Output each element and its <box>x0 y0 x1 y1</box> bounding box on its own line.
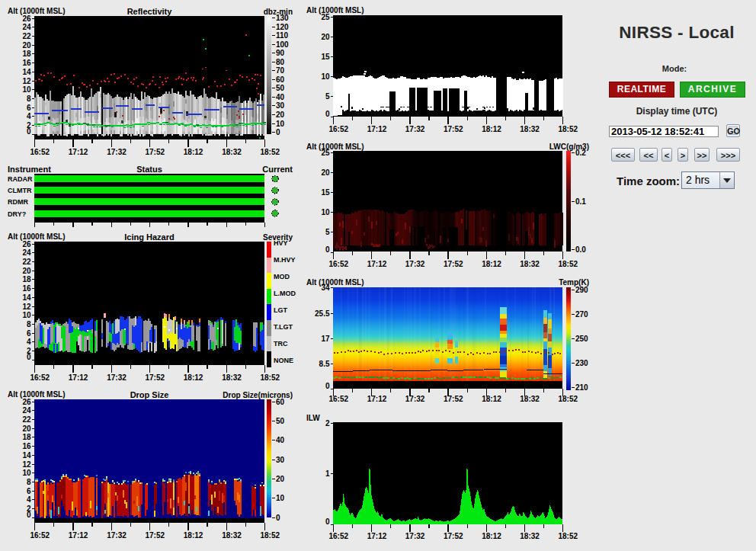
svg-text:24: 24 <box>22 23 31 31</box>
svg-text:17: 17 <box>321 335 330 343</box>
svg-text:270: 270 <box>575 310 588 319</box>
svg-text:6: 6 <box>27 329 31 338</box>
svg-text:80: 80 <box>276 58 285 66</box>
svg-text:290: 290 <box>575 286 588 294</box>
svg-text:0: 0 <box>325 517 330 526</box>
svg-text:12: 12 <box>22 460 31 469</box>
svg-text:20: 20 <box>22 424 31 433</box>
svg-text:5: 5 <box>325 228 330 236</box>
svg-text:24: 24 <box>22 248 31 257</box>
svg-text:10: 10 <box>321 72 330 81</box>
svg-text:8: 8 <box>27 478 31 486</box>
svg-text:18:12: 18:12 <box>482 260 501 268</box>
svg-text:0.0: 0.0 <box>575 245 586 254</box>
svg-text:10: 10 <box>276 494 285 502</box>
svg-text:Alt (1000ft MSL): Alt (1000ft MSL) <box>306 278 364 287</box>
svg-text:Alt (1000ft MSL): Alt (1000ft MSL) <box>306 143 364 151</box>
svg-text:17:52: 17:52 <box>146 373 165 382</box>
svg-text:18:32: 18:32 <box>222 373 242 382</box>
svg-text:18:32: 18:32 <box>520 532 540 540</box>
svg-text:NONE: NONE <box>274 357 293 364</box>
svg-text:1: 1 <box>325 469 330 478</box>
svg-text:RADAR: RADAR <box>8 175 33 183</box>
svg-text:17:32: 17:32 <box>107 531 127 540</box>
svg-text:10: 10 <box>22 85 31 94</box>
svg-text:17:32: 17:32 <box>405 260 425 268</box>
svg-text:0.2: 0.2 <box>575 149 586 157</box>
svg-text:16:52: 16:52 <box>329 125 349 133</box>
svg-text:17:12: 17:12 <box>367 125 387 133</box>
svg-text:17:12: 17:12 <box>367 260 387 268</box>
svg-text:8: 8 <box>27 95 31 103</box>
svg-text:0: 0 <box>325 245 330 254</box>
svg-text:14: 14 <box>22 68 31 76</box>
svg-text:17:12: 17:12 <box>69 373 88 382</box>
svg-text:26: 26 <box>22 240 31 248</box>
svg-text:20: 20 <box>276 475 285 483</box>
svg-text:17:12: 17:12 <box>367 395 387 403</box>
svg-text:17:12: 17:12 <box>69 148 88 156</box>
svg-text:25: 25 <box>321 149 330 157</box>
svg-text:TRC: TRC <box>274 340 288 348</box>
svg-text:60: 60 <box>276 398 285 406</box>
svg-text:18:12: 18:12 <box>482 125 501 133</box>
svg-text:18:32: 18:32 <box>520 395 540 403</box>
svg-text:17:52: 17:52 <box>444 125 463 133</box>
svg-text:16:52: 16:52 <box>329 532 349 540</box>
svg-text:10: 10 <box>276 120 285 128</box>
svg-text:Drop Size: Drop Size <box>130 390 169 399</box>
svg-text:T.LGT: T.LGT <box>274 323 293 331</box>
svg-text:20: 20 <box>276 111 285 119</box>
svg-text:16: 16 <box>22 442 31 450</box>
svg-text:17:12: 17:12 <box>367 532 387 540</box>
svg-text:Status: Status <box>136 165 162 174</box>
svg-text:30: 30 <box>276 101 285 110</box>
svg-text:30: 30 <box>276 456 285 464</box>
svg-text:14: 14 <box>22 451 31 460</box>
svg-text:18:32: 18:32 <box>222 531 242 540</box>
svg-text:50: 50 <box>276 417 285 425</box>
svg-text:16:52: 16:52 <box>30 373 50 382</box>
svg-text:10: 10 <box>321 208 330 216</box>
svg-text:16:52: 16:52 <box>30 531 50 540</box>
svg-text:17:32: 17:32 <box>405 532 425 540</box>
svg-text:MOD: MOD <box>274 273 290 280</box>
svg-text:L.MOD: L.MOD <box>274 290 296 297</box>
svg-text:20: 20 <box>22 41 31 50</box>
svg-text:18:52: 18:52 <box>261 148 280 156</box>
svg-text:20: 20 <box>321 33 330 41</box>
svg-text:16:52: 16:52 <box>30 148 50 156</box>
svg-text:8.5: 8.5 <box>319 360 330 368</box>
svg-text:12: 12 <box>22 303 31 311</box>
svg-text:17:32: 17:32 <box>107 373 127 382</box>
svg-text:18:12: 18:12 <box>184 148 203 156</box>
svg-text:230: 230 <box>575 359 588 367</box>
svg-text:90: 90 <box>276 49 285 57</box>
svg-text:4: 4 <box>27 112 31 120</box>
svg-text:4: 4 <box>27 338 31 346</box>
svg-text:ILW: ILW <box>306 414 320 422</box>
svg-text:0: 0 <box>276 514 280 522</box>
svg-text:40: 40 <box>276 436 285 444</box>
svg-text:Icing Hazard: Icing Hazard <box>124 232 174 242</box>
svg-text:17:32: 17:32 <box>405 125 425 133</box>
svg-text:18:12: 18:12 <box>482 395 501 403</box>
svg-text:16: 16 <box>22 59 31 67</box>
svg-text:60: 60 <box>276 75 285 84</box>
svg-text:6: 6 <box>27 487 31 495</box>
svg-text:18:52: 18:52 <box>559 125 578 133</box>
svg-text:2: 2 <box>27 347 31 355</box>
svg-text:17:32: 17:32 <box>405 395 425 403</box>
svg-text:16: 16 <box>22 284 31 293</box>
svg-text:14: 14 <box>22 293 31 302</box>
svg-text:Alt (1000ft MSL): Alt (1000ft MSL) <box>8 7 66 15</box>
svg-text:18: 18 <box>22 433 31 441</box>
svg-text:70: 70 <box>276 66 285 75</box>
svg-text:18:12: 18:12 <box>184 373 203 382</box>
svg-text:18:52: 18:52 <box>261 373 280 382</box>
svg-text:17:52: 17:52 <box>444 532 463 540</box>
svg-text:16:52: 16:52 <box>329 395 349 403</box>
svg-text:16:52: 16:52 <box>329 260 349 268</box>
svg-text:18:12: 18:12 <box>184 531 203 540</box>
svg-text:24: 24 <box>22 406 31 415</box>
